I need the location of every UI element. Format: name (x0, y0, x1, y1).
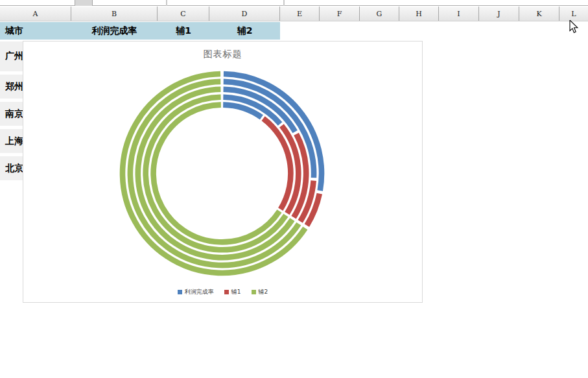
legend-label: 辅1 (231, 288, 241, 296)
header-cell-profit-rate[interactable]: 利润完成率 (71, 25, 158, 37)
column-header-L[interactable]: L (559, 6, 588, 21)
legend-swatch-icon (224, 290, 229, 294)
legend-item-利润完成率[interactable]: 利润完成率 (178, 288, 214, 296)
column-header-G[interactable]: G (360, 6, 399, 21)
header-cell-city[interactable]: 城市 (0, 25, 71, 37)
column-header-C[interactable]: C (158, 6, 209, 21)
legend-label: 辅2 (259, 288, 268, 296)
column-header-A[interactable]: A (0, 6, 71, 21)
column-header-D[interactable]: D (209, 6, 280, 21)
strip-divider (166, 0, 167, 6)
chart-title[interactable]: 图表标题 (23, 49, 422, 60)
legend-item-辅2[interactable]: 辅2 (252, 288, 268, 296)
doughnut-chart[interactable] (23, 41, 423, 303)
city-cell: 广州 (0, 51, 23, 62)
legend-label: 利润完成率 (185, 288, 214, 296)
chart-area[interactable]: 图表标题 利润完成率辅1辅2 (23, 41, 423, 303)
legend-swatch-icon (252, 290, 256, 294)
legend-swatch-icon (178, 290, 182, 294)
column-header-F[interactable]: F (320, 6, 360, 21)
chart-legend[interactable]: 利润完成率辅1辅2 (23, 287, 422, 297)
column-header-H[interactable]: H (399, 6, 439, 21)
city-cell: 上海 (0, 136, 23, 147)
column-header-B[interactable]: B (71, 6, 158, 21)
column-header-J[interactable]: J (479, 6, 519, 21)
strip-divider (283, 0, 285, 6)
table-header-row[interactable]: 城市 利润完成率 辅1 辅2 (0, 22, 280, 40)
ring-广州-辅2[interactable] (154, 105, 279, 242)
header-cell-aux2[interactable]: 辅2 (209, 25, 280, 37)
city-cell: 南京 (0, 108, 23, 120)
mouse-cursor-icon (569, 20, 580, 34)
toolbar-notch (75, 0, 93, 6)
city-cell: 北京 (0, 163, 23, 174)
city-cell: 郑州 (0, 81, 23, 93)
spreadsheet-window: ABCDEFGHIJKL 城市 利润完成率 辅1 辅2 广州郑州南京上海北京 图… (0, 0, 588, 378)
header-cell-aux1[interactable]: 辅1 (158, 25, 209, 37)
column-header-E[interactable]: E (280, 6, 320, 21)
legend-item-辅1[interactable]: 辅1 (224, 288, 241, 296)
column-header-row: ABCDEFGHIJKL (0, 6, 588, 21)
column-header-K[interactable]: K (519, 6, 559, 21)
column-header-I[interactable]: I (439, 6, 479, 21)
formula-bar-edge (0, 0, 588, 6)
